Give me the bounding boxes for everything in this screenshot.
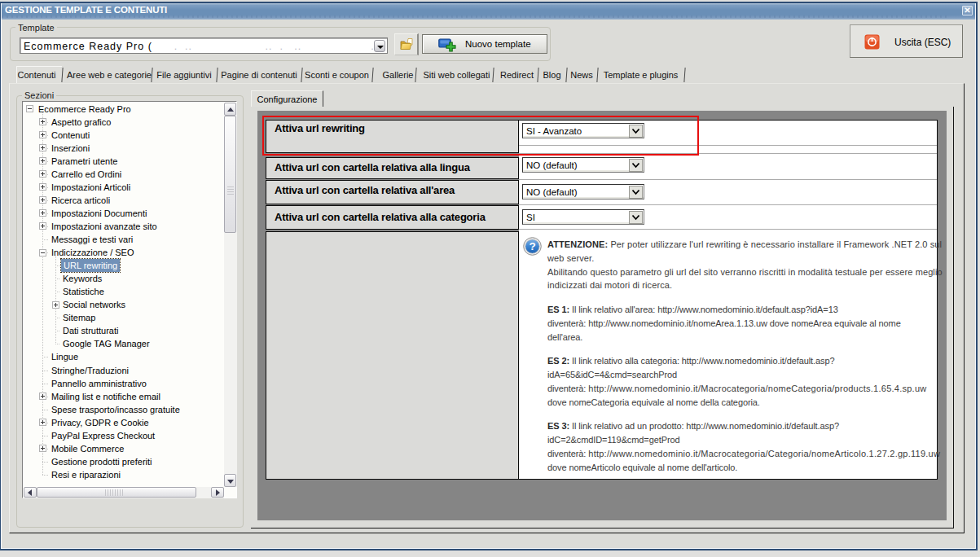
svg-text:?: ? bbox=[529, 240, 535, 252]
